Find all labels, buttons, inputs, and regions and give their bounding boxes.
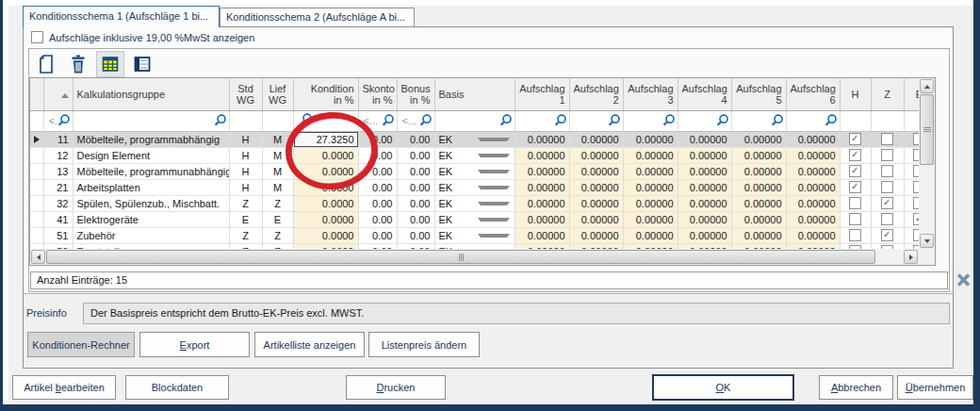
search-icon[interactable] [607, 113, 621, 128]
filter-cell-auf_5[interactable] [786, 110, 840, 131]
column-header-lief_wg[interactable]: Lief WG [262, 78, 293, 110]
cell-z[interactable]: ✓ [871, 195, 904, 211]
cell-name[interactable]: Elektrogeräte [73, 211, 229, 227]
cell-auf_2[interactable]: 0.00000 [623, 227, 678, 243]
cell-h[interactable]: ✓ [840, 147, 871, 163]
cell-skonto[interactable]: 0.00 [358, 147, 397, 163]
cell-z[interactable] [871, 211, 904, 227]
export-button[interactable]: Export [139, 332, 250, 357]
cell-basis[interactable]: EK [434, 131, 514, 147]
cell-h[interactable]: ✓ [840, 163, 871, 179]
cell-auf_3[interactable]: 0.00000 [678, 211, 731, 227]
column-header-num[interactable] [43, 78, 73, 110]
cell-auf_2[interactable]: 0.00000 [623, 179, 678, 195]
cell-num[interactable]: 32 [43, 195, 73, 211]
filter-cell-skonto[interactable]: <... [358, 110, 397, 131]
cell-name[interactable]: Möbelteile, programmunabhängig [73, 163, 229, 179]
filter-cell-auf_2[interactable] [623, 110, 678, 131]
cell-std_wg[interactable]: H [229, 131, 262, 147]
artikel-bearbeiten-button[interactable]: Artikel bearbeiten [12, 375, 116, 400]
filter-cell-indicator[interactable] [30, 110, 43, 131]
dropdown-arrow-icon[interactable] [478, 202, 509, 206]
cell-lief_wg[interactable]: M [262, 163, 293, 179]
cell-name[interactable]: Zubehör [73, 227, 229, 243]
cell-name[interactable]: Spülen, Spülenzub., Mischbatt. [73, 195, 229, 211]
dropdown-arrow-icon[interactable] [478, 234, 509, 238]
checkbox-h[interactable]: ✓ [849, 181, 861, 193]
cell-lief_wg[interactable]: Z [262, 227, 293, 243]
grid-row-41[interactable]: 41ElektrogeräteEE0.00000.000.00EK0.00000… [30, 211, 935, 227]
cell-kondition[interactable]: 0.0000 [293, 179, 358, 195]
cell-skonto[interactable]: 0.00 [358, 195, 397, 211]
cell-h[interactable] [840, 227, 871, 243]
artikelliste-anzeigen-button[interactable]: Artikelliste anzeigen [254, 332, 365, 357]
filter-cell-name[interactable] [73, 110, 229, 131]
cell-z[interactable] [871, 147, 904, 163]
cell-bonus[interactable]: 0.00 [397, 131, 434, 147]
mwst-checkbox[interactable] [31, 31, 43, 43]
cell-auf_0[interactable]: 0.00000 [514, 163, 569, 179]
search-icon[interactable] [418, 113, 433, 128]
cell-basis[interactable]: EK [434, 227, 514, 243]
cell-bonus[interactable]: 0.00 [397, 227, 434, 243]
cell-auf_0[interactable]: 0.00000 [514, 179, 569, 195]
cell-kondition[interactable]: 0.0000 [293, 163, 358, 179]
cell-auf_4[interactable]: 0.00000 [731, 131, 786, 147]
search-icon[interactable] [715, 113, 729, 128]
column-header-auf_1[interactable]: Aufschlag 2 [569, 78, 623, 110]
checkbox-h[interactable] [849, 229, 861, 241]
search-icon[interactable] [770, 113, 784, 128]
cell-h[interactable]: ✓ [840, 179, 871, 195]
filter-cell-z[interactable] [871, 110, 904, 131]
cell-std_wg[interactable]: Z [229, 227, 262, 243]
grid-row-13[interactable]: 13Möbelteile, programmunabhängigHM0.0000… [30, 163, 935, 179]
horizontal-scrollbar[interactable] [30, 249, 919, 265]
cell-auf_2[interactable]: 0.00000 [623, 211, 678, 227]
cell-skonto[interactable]: 0.00 [358, 211, 397, 227]
cell-auf_2[interactable]: 0.00000 [623, 131, 678, 147]
cell-skonto[interactable]: 0.00 [358, 163, 397, 179]
cell-bonus[interactable]: 0.00 [397, 147, 434, 163]
cell-auf_0[interactable]: 0.00000 [514, 211, 569, 227]
konditionen-rechner-button[interactable]: Konditionen-Rechner [27, 332, 135, 357]
search-icon[interactable] [824, 113, 838, 128]
checkbox-z[interactable] [881, 181, 893, 193]
cell-h[interactable] [840, 195, 871, 211]
new-row-button[interactable] [32, 51, 60, 77]
column-header-auf_5[interactable]: Aufschlag 6 [786, 78, 840, 110]
abbrechen-button[interactable]: Abbrechen [819, 375, 893, 400]
uebernehmen-button[interactable]: Übernehmen [897, 375, 973, 400]
cell-z[interactable] [871, 131, 904, 147]
cell-z[interactable] [871, 163, 904, 179]
cell-h[interactable] [840, 211, 871, 227]
cell-lief_wg[interactable]: M [262, 179, 293, 195]
cell-z[interactable]: ✓ [871, 227, 904, 243]
column-header-auf_0[interactable]: Aufschlag 1 [514, 78, 569, 110]
cell-auf_5[interactable]: 0.00000 [786, 195, 840, 211]
column-header-name[interactable]: Kalkulationsgruppe [73, 78, 229, 110]
cell-num[interactable]: 13 [43, 163, 73, 179]
cell-std_wg[interactable]: Z [229, 195, 262, 211]
dropdown-arrow-icon[interactable] [478, 154, 509, 157]
scroll-down-button[interactable] [920, 234, 934, 248]
ok-button[interactable]: OK [652, 374, 794, 401]
checkbox-z[interactable]: ✓ [881, 229, 893, 241]
scroll-left-button[interactable] [31, 250, 45, 264]
cell-lief_wg[interactable]: E [262, 211, 293, 227]
column-header-auf_2[interactable]: Aufschlag 3 [623, 78, 678, 110]
cell-auf_4[interactable]: 0.00000 [731, 227, 786, 243]
cell-auf_1[interactable]: 0.00000 [569, 211, 623, 227]
cell-auf_5[interactable]: 0.00000 [786, 163, 840, 179]
cell-lief_wg[interactable]: Z [262, 195, 293, 211]
cell-auf_0[interactable]: 0.00000 [514, 147, 569, 163]
grid-edit-button[interactable] [96, 51, 124, 77]
filter-cell-auf_1[interactable] [569, 110, 623, 131]
cell-basis[interactable]: EK [434, 211, 514, 227]
filter-cell-h[interactable] [840, 110, 871, 131]
cell-basis[interactable]: EK [434, 163, 514, 179]
cell-auf_0[interactable]: 0.00000 [514, 227, 569, 243]
cell-basis[interactable]: EK [434, 179, 514, 195]
checkbox-z[interactable] [881, 133, 893, 145]
filter-cell-auf_4[interactable] [731, 110, 786, 131]
cell-auf_1[interactable]: 0.00000 [569, 195, 623, 211]
